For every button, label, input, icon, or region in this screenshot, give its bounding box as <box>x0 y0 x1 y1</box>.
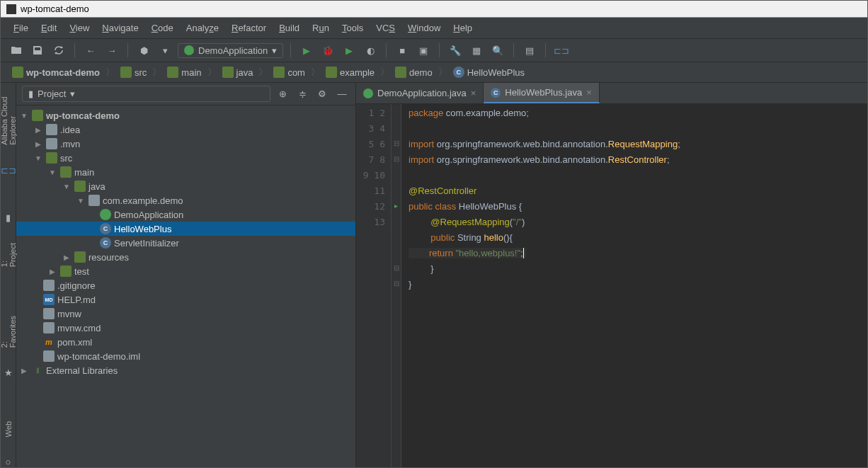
tree-pkg[interactable]: ▼com.example.demo <box>16 193 355 207</box>
back-button[interactable]: ← <box>82 42 99 59</box>
tree-gitignore[interactable]: .gitignore <box>16 278 355 292</box>
sidebar-button[interactable]: ▤ <box>521 42 538 59</box>
package-icon <box>88 195 100 206</box>
tree-src[interactable]: ▼src <box>16 151 355 165</box>
profile-button[interactable]: ◐ <box>362 42 379 59</box>
bc-main[interactable]: main <box>163 65 205 79</box>
stop-button[interactable]: ■ <box>394 42 411 59</box>
tab-favorites[interactable]: 2: Favorites <box>1 310 18 353</box>
fold-gutter[interactable]: ⊟⊟ ▸ ⊟ ⊟ <box>392 104 401 467</box>
forward-button[interactable]: → <box>103 42 120 59</box>
tree-java[interactable]: ▼java <box>16 179 355 193</box>
breadcrumb: wp-tomcat-demo〉 src〉 main〉 java〉 com〉 ex… <box>1 62 867 83</box>
folder-icon <box>46 138 57 149</box>
class-icon: C <box>100 237 111 249</box>
bc-root[interactable]: wp-tomcat-demo <box>8 65 104 79</box>
code-area[interactable]: 1 2 3 4 5 6 7 8 9 10 11 12 13 ⊟⊟ ▸ ⊟ ⊟ p… <box>356 104 867 467</box>
tab-cloud-explorer[interactable]: Alibaba Cloud Explorer <box>1 90 18 151</box>
save-button[interactable] <box>29 42 46 59</box>
locate-button[interactable]: ⊕ <box>275 86 290 102</box>
tree-pom[interactable]: mpom.xml <box>16 335 355 349</box>
dropdown-button[interactable]: ▾ <box>156 42 173 59</box>
bc-class[interactable]: CHelloWebPlus <box>449 65 529 79</box>
folder-icon <box>60 266 72 277</box>
menu-window[interactable]: Window <box>402 21 446 35</box>
class-icon: C <box>100 223 111 234</box>
tree-hello[interactable]: CHelloWebPlus <box>16 222 355 236</box>
menu-refactor[interactable]: Refactor <box>226 21 272 35</box>
window-title: wp-tomcat-demo <box>21 4 89 14</box>
folder-icon <box>12 67 23 78</box>
editor-tabs: DemoApplication.java × C HelloWebPlus.ja… <box>356 83 867 104</box>
folder-icon <box>167 67 178 78</box>
spring-icon <box>363 89 373 98</box>
menu-file[interactable]: File <box>8 21 34 35</box>
line-gutter: 1 2 3 4 5 6 7 8 9 10 11 12 13 <box>356 104 392 467</box>
code-content[interactable]: package com.example.demo; import org.spr… <box>401 104 867 467</box>
close-icon[interactable]: × <box>586 87 592 98</box>
structure-button[interactable]: ▦ <box>468 42 485 59</box>
open-button[interactable] <box>8 42 25 59</box>
tree-mvnw[interactable]: mvnw <box>16 307 355 321</box>
menu-view[interactable]: View <box>64 21 95 35</box>
menu-edit[interactable]: Edit <box>35 21 62 35</box>
folder-icon <box>60 166 72 178</box>
search-button[interactable]: 🔍 <box>489 42 506 59</box>
project-icon: ▮ <box>28 89 33 99</box>
settings-gear-icon[interactable]: ⚙ <box>314 86 330 102</box>
panel-title-dropdown[interactable]: ▮ Project ▾ <box>22 86 270 102</box>
cloud-button[interactable]: ⊏⊐ <box>553 42 570 59</box>
menu-help[interactable]: Help <box>447 21 478 35</box>
bc-src[interactable]: src <box>116 65 151 79</box>
build-button[interactable]: ⬢ <box>135 42 152 59</box>
chevron-down-icon: ▾ <box>70 89 75 99</box>
attach-button[interactable]: ▣ <box>415 42 432 59</box>
tab-hellowebplus[interactable]: C HelloWebPlus.java × <box>484 83 599 103</box>
tree-demoapp[interactable]: DemoApplication <box>16 207 355 222</box>
tree-resources[interactable]: ▶resources <box>16 250 355 264</box>
debug-button[interactable]: 🐞 <box>319 42 336 59</box>
close-icon[interactable]: × <box>471 88 476 98</box>
folder-icon <box>120 67 132 78</box>
spring-icon <box>184 45 194 55</box>
menu-build[interactable]: Build <box>273 21 305 35</box>
menu-navigate[interactable]: Navigate <box>96 21 144 35</box>
tree-main[interactable]: ▼main <box>16 165 355 179</box>
tree-extlib[interactable]: ▶⫴External Libraries <box>16 363 355 377</box>
tree-servlet[interactable]: CServletInitializer <box>16 236 355 250</box>
menu-vcs[interactable]: VCS <box>370 21 401 35</box>
bc-example[interactable]: example <box>321 65 379 79</box>
tree-root[interactable]: ▼wp-tomcat-demo <box>16 108 355 122</box>
hide-button[interactable]: — <box>334 86 350 102</box>
library-icon: ⫴ <box>32 365 43 376</box>
sync-button[interactable] <box>50 42 67 59</box>
tree-mvn[interactable]: ▶.mvn <box>16 137 355 151</box>
tab-web[interactable]: Web <box>3 416 14 443</box>
bc-java[interactable]: java <box>218 65 258 79</box>
tree-helpmd[interactable]: MDHELP.md <box>16 292 355 307</box>
bc-com[interactable]: com <box>269 65 309 79</box>
run-config-dropdown[interactable]: DemoApplication ▾ <box>178 43 283 58</box>
file-icon <box>43 322 55 333</box>
tree-iml[interactable]: wp-tomcat-demo.iml <box>16 349 355 363</box>
bc-demo[interactable]: demo <box>391 65 437 79</box>
menu-run[interactable]: Run <box>307 21 335 35</box>
app-icon <box>6 4 16 14</box>
menu-tools[interactable]: Tools <box>336 21 369 35</box>
panel-header: ▮ Project ▾ ⊕ ≑ ⚙ — <box>16 83 355 105</box>
tab-demoapp[interactable]: DemoApplication.java × <box>356 83 484 103</box>
tab-project[interactable]: 1: Project <box>1 237 18 273</box>
project-tree[interactable]: ▼wp-tomcat-demo ▶.idea ▶.mvn ▼src ▼main … <box>16 105 355 467</box>
tree-idea[interactable]: ▶.idea <box>16 122 355 137</box>
tree-mvnwcmd[interactable]: mvnw.cmd <box>16 321 355 335</box>
menu-code[interactable]: Code <box>146 21 179 35</box>
folder-icon <box>326 67 337 78</box>
menu-analyze[interactable]: Analyze <box>181 21 224 35</box>
settings-button[interactable]: 🔧 <box>447 42 464 59</box>
collapse-button[interactable]: ≑ <box>295 86 310 102</box>
tree-test[interactable]: ▶test <box>16 264 355 278</box>
folder-icon <box>74 251 86 263</box>
run-button[interactable]: ▶ <box>298 42 315 59</box>
star-icon: ★ <box>4 367 13 378</box>
coverage-button[interactable]: ▶ <box>341 42 358 59</box>
